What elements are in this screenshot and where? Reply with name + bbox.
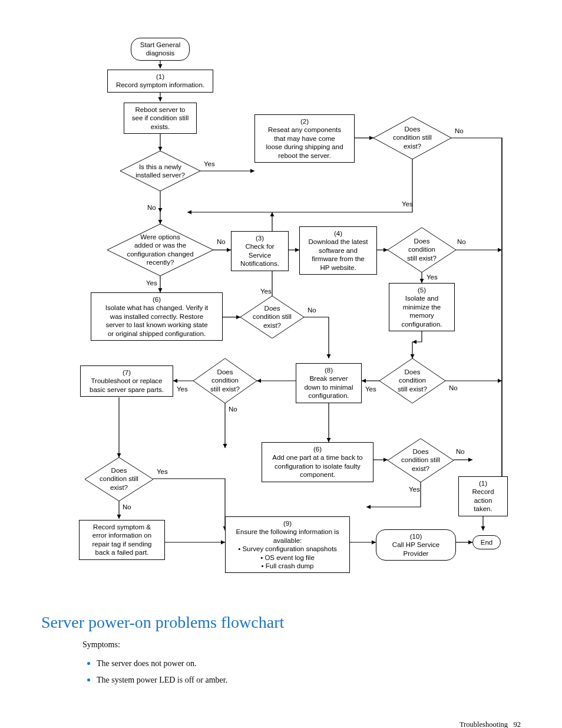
- text: (6)Isolate what has changed. Verify itwa…: [105, 296, 209, 337]
- label-yes: Yes: [204, 160, 215, 167]
- decision-options-added: Were optionsadded or was theconfiguratio…: [107, 224, 213, 276]
- page-footer: Troubleshooting 92: [41, 720, 521, 728]
- footer-section: Troubleshooting: [459, 720, 508, 728]
- decision-cond-3: Doescondition stillexist?: [240, 296, 304, 338]
- text: Doescondition stillexist?: [381, 125, 444, 150]
- label-no: No: [449, 384, 458, 391]
- label-yes: Yes: [177, 386, 188, 393]
- node-record-tag: Record symptom &error information onrepa…: [79, 520, 165, 560]
- text: Doesconditionstill exist?: [386, 368, 439, 393]
- decision-cond-6: Doescondition stillexist?: [85, 457, 153, 501]
- label-no: No: [217, 238, 226, 245]
- label-no: No: [457, 238, 466, 245]
- node-4-download-fw: (4)Download the latestsoftware andfirmwa…: [299, 226, 377, 275]
- text: Record symptom &error information onrepa…: [92, 523, 151, 556]
- node-8-minimal-config: (8)Break serverdown to minimalconfigurat…: [296, 363, 362, 403]
- decision-cond-7: Doescondition stillexist?: [388, 439, 454, 482]
- section-heading: Server power-on problems flowchart: [41, 613, 521, 632]
- text: Doescondition stillexist?: [247, 304, 297, 330]
- node-7-troubleshoot: (7)Troubleshoot or replacebasic server s…: [80, 365, 173, 397]
- decision-cond-1: Doescondition stillexist?: [373, 117, 451, 159]
- text: Is this a newlyinstalled server?: [128, 163, 193, 180]
- node-5-isolate-memory: (5)Isolate andminimize thememoryconfigur…: [389, 283, 455, 331]
- text: (3)Check forServiceNotifications.: [240, 235, 279, 267]
- text: (8)Break serverdown to minimalconfigurat…: [304, 367, 353, 399]
- label-yes: Yes: [260, 288, 272, 295]
- node-6b-add-part: (6)Add one part at a time back toconfigu…: [262, 442, 373, 482]
- label-yes: Yes: [427, 274, 438, 281]
- node-1b-record-action: (1)Record actiontaken.: [458, 476, 508, 516]
- label-yes: Yes: [157, 468, 168, 475]
- label-yes: Yes: [365, 386, 376, 393]
- text: (5)Isolate andminimize thememoryconfigur…: [401, 286, 442, 328]
- text: (7)Troubleshoot or replacebasic server s…: [90, 369, 164, 393]
- symptoms-label: Symptoms:: [82, 640, 521, 650]
- node-start: Start Generaldiagnosis: [131, 38, 190, 61]
- node-1-record-symptom: (1)Record symptom information.: [107, 70, 213, 93]
- text: Doescondition stillexist?: [394, 447, 447, 473]
- label-no: No: [229, 406, 237, 413]
- text: (1)Record actiontaken.: [472, 480, 494, 512]
- label-yes: Yes: [402, 200, 413, 207]
- text: (10)Call HP ServiceProvider: [392, 533, 439, 557]
- text: (6)Add one part at a time back toconfigu…: [272, 446, 362, 478]
- footer-page-number: 92: [514, 720, 521, 728]
- text: Doesconditionstill exist?: [395, 237, 449, 262]
- label-no: No: [147, 204, 156, 211]
- text: Doesconditionstill exist?: [200, 368, 250, 393]
- decision-cond-5: Doesconditionstill exist?: [379, 358, 445, 403]
- node-9-ensure-info: (9)Ensure the following information isav…: [225, 516, 350, 573]
- decision-cond-4: Doesconditionstill exist?: [193, 358, 257, 403]
- decision-cond-2: Doesconditionstill exist?: [388, 228, 456, 272]
- node-3-service-notif: (3)Check forServiceNotifications.: [231, 231, 289, 271]
- symptom-item: The server does not power on.: [97, 658, 521, 668]
- decision-newly-installed: Is this a newlyinstalled server?: [120, 151, 200, 191]
- label-no: No: [308, 307, 316, 314]
- text: (9)Ensure the following information isav…: [236, 520, 339, 569]
- symptoms-list: The server does not power on. The system…: [82, 658, 521, 685]
- text: Start Generaldiagnosis: [140, 41, 180, 57]
- text: Doescondition stillexist?: [92, 466, 147, 492]
- node-10-call-hp: (10)Call HP ServiceProvider: [376, 529, 456, 561]
- text: Were optionsadded or was theconfiguratio…: [118, 233, 203, 267]
- text: Reboot server tosee if condition stillex…: [132, 106, 189, 130]
- node-reboot-server: Reboot server tosee if condition stillex…: [124, 103, 197, 134]
- text: End: [481, 539, 492, 546]
- label-yes: Yes: [409, 486, 420, 493]
- node-6-isolate-change: (6)Isolate what has changed. Verify itwa…: [91, 292, 223, 341]
- node-2-reseat: (2)Reseat any componentsthat may have co…: [254, 114, 355, 163]
- label-no: No: [456, 448, 465, 455]
- text: (1)Record symptom information.: [116, 73, 204, 88]
- node-end: End: [472, 535, 501, 549]
- label-no: No: [123, 503, 131, 510]
- text: (2)Reseat any componentsthat may have co…: [266, 118, 343, 159]
- symptom-item: The system power LED is off or amber.: [97, 674, 521, 685]
- general-diagnosis-flowchart: Start Generaldiagnosis (1)Record symptom…: [48, 35, 514, 601]
- label-no: No: [455, 127, 464, 134]
- text: (4)Download the latestsoftware andfirmwa…: [308, 230, 368, 271]
- label-yes: Yes: [146, 279, 157, 286]
